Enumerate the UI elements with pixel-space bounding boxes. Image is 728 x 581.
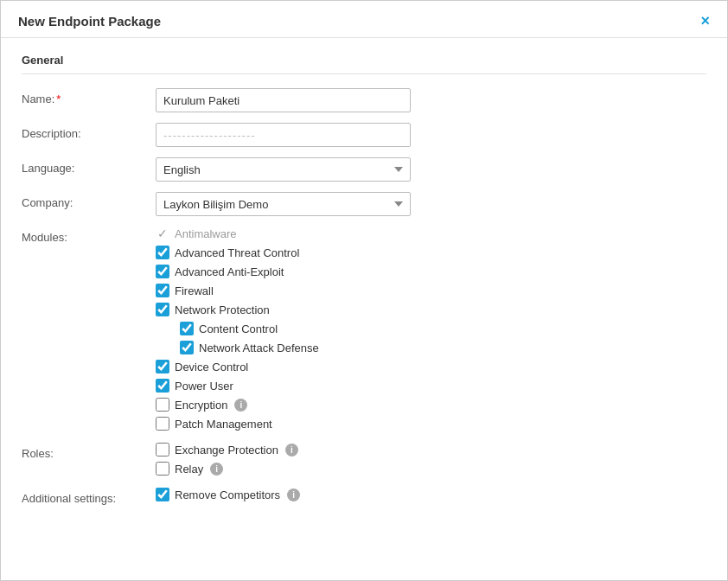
- name-required: *: [56, 93, 61, 105]
- additional-settings-list: Remove Competitors i: [156, 488, 300, 501]
- close-button[interactable]: ×: [700, 13, 710, 29]
- antimalware-check-icon: ✓: [156, 227, 169, 240]
- name-row: Name:*: [22, 88, 706, 112]
- network-attack-defense-checkbox[interactable]: [180, 341, 194, 354]
- roles-list: Exchange Protection i Relay i: [156, 443, 298, 476]
- language-label: Language:: [22, 157, 156, 175]
- company-label: Company:: [22, 192, 156, 209]
- dialog-body: General Name:* Description: Language: En…: [1, 38, 727, 580]
- module-antimalware: ✓ Antimalware: [156, 227, 319, 240]
- modules-row: Modules: ✓ Antimalware Advanced Threat C…: [22, 227, 706, 431]
- remove-competitors-info-icon: i: [287, 488, 300, 501]
- aae-label: Advanced Anti-Exploit: [175, 265, 284, 278]
- module-power-user: Power User: [156, 379, 319, 393]
- language-select[interactable]: English Turkish German French: [156, 157, 411, 182]
- description-input[interactable]: [156, 123, 411, 147]
- new-endpoint-package-dialog: New Endpoint Package × General Name:* De…: [0, 0, 728, 581]
- general-section-title: General: [22, 54, 706, 74]
- antimalware-label: Antimalware: [175, 227, 237, 240]
- additional-remove-competitors: Remove Competitors i: [156, 488, 300, 501]
- atc-label: Advanced Threat Control: [175, 246, 299, 259]
- exchange-protection-checkbox[interactable]: [156, 443, 169, 456]
- device-control-checkbox[interactable]: [156, 360, 169, 374]
- firewall-checkbox[interactable]: [156, 284, 169, 297]
- power-user-label: Power User: [175, 380, 233, 393]
- aae-checkbox[interactable]: [156, 265, 169, 278]
- device-control-label: Device Control: [175, 361, 248, 374]
- atc-checkbox[interactable]: [156, 246, 169, 259]
- dialog-header: New Endpoint Package ×: [1, 1, 727, 38]
- module-encryption: Encryption i: [156, 398, 319, 412]
- company-row: Company: Laykon Bilişim Demo: [22, 192, 706, 216]
- additional-settings-label: Additional settings:: [22, 488, 156, 505]
- roles-row: Roles: Exchange Protection i Relay i: [22, 443, 706, 476]
- exchange-protection-label: Exchange Protection: [175, 444, 278, 456]
- firewall-label: Firewall: [175, 284, 214, 297]
- encryption-label: Encryption: [175, 399, 227, 412]
- company-select[interactable]: Laykon Bilişim Demo: [156, 192, 411, 216]
- content-control-label: Content Control: [199, 322, 278, 335]
- module-content-control: Content Control: [180, 322, 319, 335]
- modules-label: Modules:: [22, 227, 156, 244]
- module-network-protection: Network Protection: [156, 303, 319, 316]
- content-control-checkbox[interactable]: [180, 322, 194, 335]
- remove-competitors-checkbox[interactable]: [156, 488, 169, 501]
- encryption-info-icon: i: [234, 399, 247, 412]
- relay-label: Relay: [175, 463, 203, 476]
- module-aae: Advanced Anti-Exploit: [156, 265, 319, 278]
- exchange-protection-info-icon: i: [285, 444, 298, 456]
- network-protection-label: Network Protection: [175, 303, 270, 316]
- patch-management-checkbox[interactable]: [156, 417, 169, 431]
- description-row: Description:: [22, 123, 706, 147]
- network-protection-checkbox[interactable]: [156, 303, 169, 316]
- modules-list: ✓ Antimalware Advanced Threat Control Ad…: [156, 227, 319, 431]
- module-patch-management: Patch Management: [156, 417, 319, 431]
- relay-checkbox[interactable]: [156, 462, 169, 476]
- relay-info-icon: i: [210, 463, 223, 476]
- role-relay: Relay i: [156, 462, 298, 476]
- dialog-title: New Endpoint Package: [18, 14, 161, 29]
- role-exchange-protection: Exchange Protection i: [156, 443, 298, 456]
- remove-competitors-label: Remove Competitors: [175, 488, 280, 501]
- power-user-checkbox[interactable]: [156, 379, 169, 393]
- module-device-control: Device Control: [156, 360, 319, 374]
- name-label: Name:*: [22, 88, 156, 105]
- module-network-attack-defense: Network Attack Defense: [180, 341, 319, 354]
- language-row: Language: English Turkish German French: [22, 157, 706, 182]
- description-label: Description:: [22, 123, 156, 140]
- additional-settings-row: Additional settings: Remove Competitors …: [22, 488, 706, 505]
- module-firewall: Firewall: [156, 284, 319, 297]
- name-input[interactable]: [156, 88, 411, 112]
- module-atc: Advanced Threat Control: [156, 246, 319, 259]
- network-attack-defense-label: Network Attack Defense: [199, 342, 319, 354]
- roles-label: Roles:: [22, 443, 156, 460]
- encryption-checkbox[interactable]: [156, 398, 169, 412]
- patch-management-label: Patch Management: [175, 418, 272, 431]
